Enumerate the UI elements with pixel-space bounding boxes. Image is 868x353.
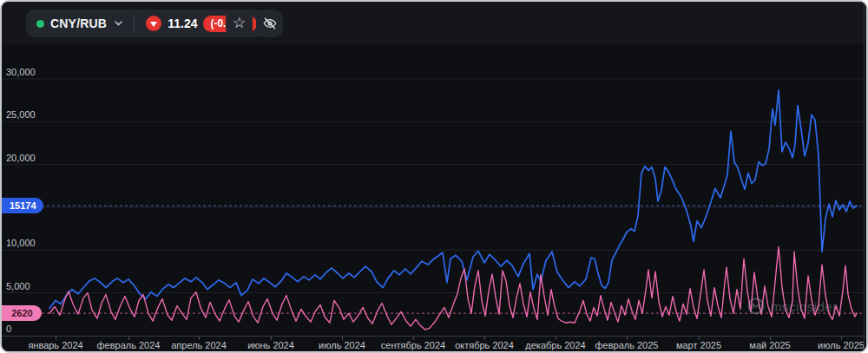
price-value: 11.24 (168, 16, 197, 30)
market-open-dot (36, 20, 44, 28)
x-axis-label: июль 2025 (818, 340, 865, 350)
y-axis-label: 0 (6, 323, 11, 335)
y-axis-label: 5,000 (6, 280, 30, 292)
plot-canvas (2, 43, 864, 336)
chevron-down-icon (115, 21, 122, 26)
app-window: CNY/RUB 11.24 (-0.03%) ☆ (0, 0, 868, 353)
x-axis-label: февраль 2025 (595, 340, 659, 350)
eye-off-icon (262, 16, 278, 31)
x-axis-label: март 2025 (676, 340, 721, 350)
favorite-button[interactable]: ☆ (226, 10, 253, 37)
series-line-blue (49, 90, 857, 309)
last-value-badge-blue: 15174 (2, 198, 43, 213)
x-axis-label: октябрь 2024 (455, 340, 514, 350)
x-axis[interactable]: январь 2024февраль 2024апрель 2024июнь 2… (2, 336, 868, 353)
plot-right-border (864, 2, 865, 353)
y-axis-label: 10,000 (6, 237, 36, 249)
y-axis-label: 20,000 (6, 152, 36, 164)
x-axis-label: январь 2024 (28, 340, 82, 350)
x-axis-label: сентябрь 2024 (381, 340, 445, 350)
x-axis-label: июль 2024 (319, 340, 365, 350)
series-line-pink (49, 246, 857, 330)
x-axis-label: июнь 2024 (247, 340, 294, 350)
price-down-icon (146, 16, 161, 31)
hide-button[interactable] (256, 10, 283, 37)
y-axis-label: 30,000 (6, 66, 36, 78)
y-axis-label: 25,000 (6, 108, 36, 121)
x-axis-label: май 2025 (749, 340, 790, 350)
last-value-badge-pink: 2620 (2, 305, 42, 321)
x-axis-label: апрель 2024 (171, 340, 227, 350)
chart-area[interactable]: mscinsider 15174 2620 30,00025,00020,000… (2, 43, 868, 336)
chart-header: CNY/RUB 11.24 (-0.03%) ☆ (2, 2, 866, 43)
x-axis-label: декабрь 2024 (525, 340, 585, 350)
x-axis-label: февраль 2024 (97, 340, 161, 350)
symbol-name: CNY/RUB (50, 16, 107, 30)
divider (134, 16, 135, 31)
